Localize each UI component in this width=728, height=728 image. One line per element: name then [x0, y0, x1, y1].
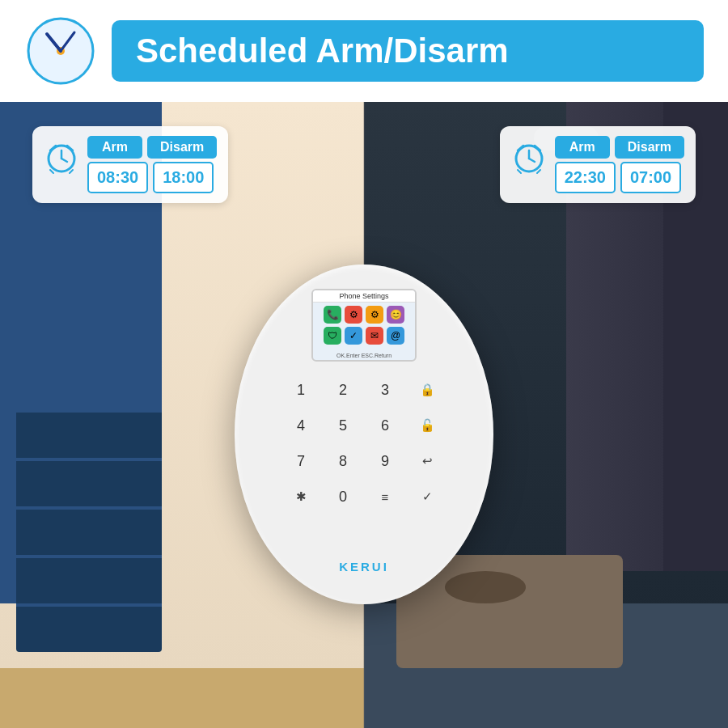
alarm-icon-day [44, 139, 79, 178]
key-0[interactable]: 0 [324, 483, 362, 510]
alarm-icon-night [511, 139, 547, 178]
key-back[interactable]: ↩ [408, 447, 446, 475]
key-2[interactable]: 2 [324, 376, 362, 404]
key-8[interactable]: 8 [324, 447, 362, 475]
disarm-header-night: Disarm [615, 136, 684, 159]
svg-line-9 [50, 170, 53, 173]
key-6[interactable]: 6 [366, 412, 404, 439]
key-star[interactable]: ✱ [282, 483, 320, 510]
key-lock[interactable]: 🔒 [408, 376, 446, 404]
gear-icon: ⚙ [366, 306, 383, 324]
key-3[interactable]: 3 [366, 376, 404, 404]
header: Scheduled Arm/Disarm [0, 0, 728, 102]
message-icon: ✉ [366, 327, 383, 345]
screen-icons: 📞 ⚙ ⚙ 😊 🛡 ✓ ✉ @ [313, 303, 415, 348]
arm-time-night: 22:30 [555, 162, 616, 193]
clock-icon [24, 15, 97, 87]
disarm-time-day: 18:00 [153, 162, 214, 193]
svg-line-16 [518, 170, 521, 173]
check-icon: ✓ [345, 327, 362, 345]
key-9[interactable]: 9 [366, 447, 404, 475]
phone-icon: 📞 [324, 306, 341, 324]
schedule-card-day: Arm Disarm 08:30 18:00 [32, 126, 228, 203]
header-title-box: Scheduled Arm/Disarm [112, 20, 704, 82]
key-1[interactable]: 1 [282, 376, 320, 404]
schedule-card-night: Arm Disarm 22:30 07:00 [500, 126, 696, 203]
svg-line-6 [61, 159, 67, 162]
main-content: Arm Disarm 08:30 18:00 Arm [0, 102, 728, 728]
settings-icon: ⚙ [345, 306, 362, 324]
shield-icon: 🛡 [324, 327, 341, 345]
smiley-icon: 😊 [387, 306, 404, 324]
arm-header-day: Arm [87, 136, 142, 159]
key-7[interactable]: 7 [282, 447, 320, 475]
key-5[interactable]: 5 [324, 412, 362, 439]
brand-label: KERUI [339, 560, 389, 574]
screen-title: Phone Settings [313, 290, 415, 303]
schedule-table-day: Arm Disarm 08:30 18:00 [87, 136, 217, 193]
keypad: 1 2 3 🔒 4 5 6 🔓 7 8 9 ↩ ✱ 0 ≡ ✓ [282, 376, 446, 510]
device-screen: Phone Settings 📞 ⚙ ⚙ 😊 🛡 ✓ ✉ @ OK.Enter … [311, 289, 417, 362]
device-panel: Phone Settings 📞 ⚙ ⚙ 😊 🛡 ✓ ✉ @ OK.Enter … [235, 265, 493, 604]
header-title: Scheduled Arm/Disarm [136, 32, 679, 70]
arm-header-night: Arm [555, 136, 610, 159]
svg-line-13 [529, 159, 535, 162]
disarm-time-night: 07:00 [620, 162, 681, 193]
screen-bottom: OK.Enter ESC.Return [313, 353, 415, 358]
key-unlock[interactable]: 🔓 [408, 412, 446, 439]
svg-line-17 [537, 170, 540, 173]
key-4[interactable]: 4 [282, 412, 320, 439]
key-menu[interactable]: ≡ [366, 483, 404, 510]
disarm-header-day: Disarm [147, 136, 217, 159]
arm-time-day: 08:30 [87, 162, 148, 193]
at-icon: @ [387, 327, 404, 345]
schedule-table-night: Arm Disarm 22:30 07:00 [555, 136, 684, 193]
key-enter[interactable]: ✓ [408, 483, 446, 510]
svg-line-10 [70, 170, 73, 173]
